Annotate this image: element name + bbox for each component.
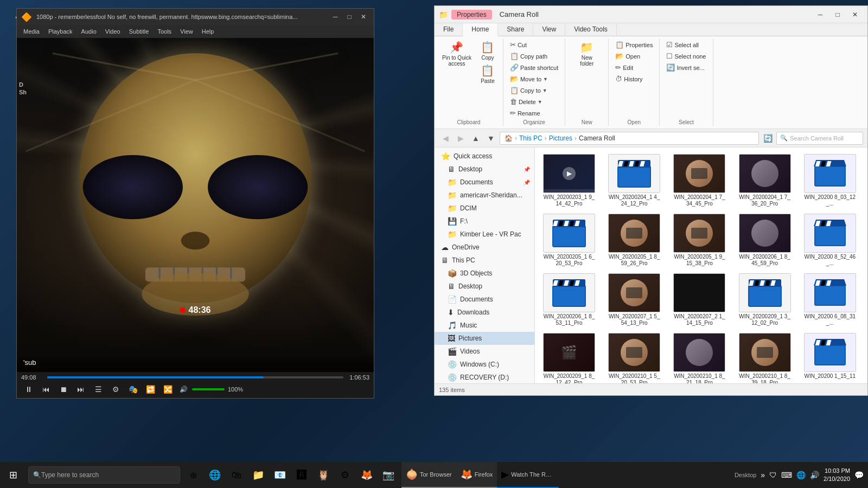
taskbar-app1-btn[interactable]: ⚙ — [334, 464, 356, 486]
taskbar-app-torbrowser[interactable]: 🧅 Tor Browser — [401, 462, 456, 488]
ribbon-open-btn[interactable]: 📂 Open — [613, 51, 655, 61]
file-item[interactable]: WIN_20200205_1 6_20_53_Pro — [539, 211, 599, 269]
file-item[interactable]: WIN_20200205_1 8_59_26_Pro — [604, 211, 664, 269]
ribbon-tab-file[interactable]: File — [435, 23, 463, 36]
vlc-prev-frame-btn[interactable]: ⏮ — [39, 383, 54, 396]
nav-back-btn[interactable]: ◀ — [439, 132, 452, 145]
ribbon-selectnone-btn[interactable]: ☐ Select none — [664, 51, 708, 61]
sidebar-item-documents1[interactable]: 📁 Documents 📌 — [435, 176, 534, 189]
ribbon-edit-btn[interactable]: ✏ Edit — [613, 62, 655, 73]
nav-refresh-btn[interactable]: 🔄 — [761, 132, 774, 145]
ribbon-moveto-btn[interactable]: 📂 Move to ▼ — [508, 74, 560, 84]
vlc-volume-bar[interactable] — [192, 388, 225, 390]
ribbon-pin-quickaccess-btn[interactable]: 📌 Pin to Quick access — [439, 40, 475, 68]
sidebar-item-pictures[interactable]: 🖼 Pictures — [435, 332, 534, 345]
taskbar-overflow-icon[interactable]: » — [761, 471, 765, 479]
file-item[interactable]: WIN_20200 8_03_12_... — [800, 152, 860, 209]
sidebar-item-americavr[interactable]: 📁 americavr-Sheridan... — [435, 189, 534, 202]
ribbon-tab-videotools[interactable]: Video Tools — [565, 23, 617, 36]
sidebar-item-documents2[interactable]: 📄 Documents — [435, 293, 534, 306]
file-item[interactable]: WIN_20200 6_08_31_... — [800, 271, 860, 329]
ribbon-tab-share[interactable]: Share — [498, 23, 533, 36]
file-item[interactable]: WIN_20200210_1 8_21_18_Pro — [669, 331, 729, 383]
bc-thispc[interactable]: This PC — [519, 134, 542, 142]
ribbon-tab-home[interactable]: Home — [463, 23, 498, 36]
sidebar-item-downloads[interactable]: ⬇ Downloads — [435, 306, 534, 319]
file-item[interactable]: WIN_20200207_1 5_54_13_Pro — [604, 271, 664, 329]
ribbon-copypath-btn[interactable]: 📋 Copy path — [508, 51, 560, 61]
taskbar-camera-btn[interactable]: 📷 — [378, 464, 399, 486]
vlc-close-btn[interactable]: ✕ — [358, 11, 369, 23]
ribbon-newfolder-btn[interactable]: 📁 New folder — [575, 40, 599, 68]
sidebar-item-fdrive[interactable]: 💾 F:\ — [435, 215, 534, 228]
taskbar-network-icon[interactable]: 🌐 — [796, 471, 806, 479]
file-item[interactable]: WIN_20200209_1 3_12_02_Pro — [735, 271, 795, 329]
ribbon-tab-view[interactable]: View — [533, 23, 565, 36]
vlc-menu-subtitle[interactable]: Subtitle — [125, 27, 154, 36]
file-item[interactable]: WIN_20200210_1 8_39_18_Pro — [735, 331, 795, 383]
explorer-search-box[interactable]: 🔍 Search Camera Roll — [776, 132, 863, 145]
taskbar-keyboard-icon[interactable]: ⌨ — [781, 471, 792, 479]
sidebar-item-onedrive[interactable]: ☁ OneDrive — [435, 241, 534, 254]
vlc-stop-btn[interactable]: ⏹ — [56, 383, 71, 396]
vlc-menu-video[interactable]: Video — [101, 27, 125, 36]
ribbon-invert-btn[interactable]: 🔄 Invert se... — [664, 62, 708, 73]
file-item[interactable]: WIN_20200205_1 9_15_38_Pro — [669, 211, 729, 269]
vlc-menu-help[interactable]: Help — [197, 27, 219, 36]
vlc-menu-playback[interactable]: Playback — [44, 27, 77, 36]
sidebar-item-videos[interactable]: 🎬 Videos — [435, 345, 534, 358]
sidebar-item-desktop1[interactable]: 🖥 Desktop 📌 — [435, 163, 534, 176]
explorer-close-btn[interactable]: ✕ — [847, 7, 863, 22]
taskbar-store-btn[interactable]: 🛍 — [226, 464, 247, 486]
nav-recent-btn[interactable]: ▼ — [484, 132, 497, 145]
ribbon-history-btn[interactable]: ⏱ History — [613, 74, 655, 84]
file-item[interactable]: WIN_20200204_1 4_24_12_Pro — [604, 152, 664, 209]
file-item[interactable]: WIN_20200 8_52_46_... — [800, 211, 860, 269]
ribbon-cut-btn[interactable]: ✂ Cut — [508, 40, 560, 50]
taskbar-shield-icon[interactable]: 🛡 — [769, 471, 777, 479]
start-button[interactable]: ⊞ — [0, 462, 26, 488]
taskbar-app-firefox[interactable]: 🦊 Firefox — [456, 462, 497, 488]
sidebar-item-kimberlee[interactable]: 📁 Kimber Lee - VR Pac — [435, 228, 534, 241]
file-item[interactable]: WIN_20200206_1 8_53_11_Pro — [539, 271, 599, 329]
sidebar-item-dcim[interactable]: 📁 DCIM — [435, 202, 534, 215]
vlc-video-area[interactable]: D Sh 'sub 48:36 — [17, 38, 374, 372]
ribbon-copy-btn[interactable]: 📋 Copy — [477, 40, 499, 62]
explorer-main-content[interactable]: ▶ WIN_20200203_1 9_14_42_Pro WIN_2020020… — [535, 147, 867, 383]
sidebar-item-windowsc[interactable]: 💿 Windows (C:) — [435, 358, 534, 371]
sidebar-item-3dobjects[interactable]: 📦 3D Objects — [435, 267, 534, 280]
file-item[interactable]: WIN_20200204_1 7_34_45_Pro — [669, 152, 729, 209]
ribbon-pasteshortcut-btn[interactable]: 🔗 Paste shortcut — [508, 62, 560, 73]
taskbar-fileexplorer-btn[interactable]: 📁 — [247, 464, 269, 486]
nav-up-btn[interactable]: ▲ — [469, 132, 482, 145]
explorer-play-badge[interactable]: Properties — [451, 10, 492, 20]
file-item[interactable]: WIN_20200204_1 7_36_20_Pro — [735, 152, 795, 209]
vlc-extended-btn[interactable]: ⚙ — [108, 383, 123, 396]
explorer-minimize-btn[interactable]: ─ — [812, 7, 828, 22]
sidebar-item-thispc[interactable]: 🖥 This PC — [435, 254, 534, 267]
taskbar-task-view-btn[interactable]: ⊕ — [182, 464, 204, 486]
vlc-video-effects-btn[interactable]: 🎭 — [125, 383, 141, 396]
vlc-pause-btn[interactable]: ⏸ — [21, 383, 36, 396]
taskbar-volume-icon[interactable]: 🔊 — [810, 471, 819, 479]
taskbar-edge-btn[interactable]: 🌐 — [204, 464, 226, 486]
vlc-menu-audio[interactable]: Audio — [77, 27, 101, 36]
taskbar-search-box[interactable]: 🔍 Type here to search — [28, 466, 180, 484]
vlc-next-frame-btn[interactable]: ⏭ — [73, 383, 88, 396]
taskbar-firefox-btn[interactable]: 🦊 — [356, 464, 378, 486]
file-item[interactable]: ▶ WIN_20200203_1 9_14_42_Pro — [539, 152, 599, 209]
file-item[interactable]: WIN_20200206_1 8_45_59_Pro — [735, 211, 795, 269]
vlc-menu-view[interactable]: View — [176, 27, 197, 36]
taskbar-mail-btn[interactable]: 📧 — [269, 464, 291, 486]
sidebar-item-recoveryd[interactable]: 💿 RECOVERY (D:) — [435, 371, 534, 383]
file-item[interactable]: WIN_20200207_2 1_14_15_Pro — [669, 271, 729, 329]
vlc-minimize-btn[interactable]: ─ — [329, 11, 341, 23]
ribbon-properties-btn[interactable]: 📋 Properties — [613, 40, 655, 50]
vlc-playlist-btn[interactable]: ☰ — [91, 383, 106, 396]
file-item[interactable]: WIN_20200210_1 5_20_53_Pro — [604, 331, 664, 383]
sidebar-item-quickaccess[interactable]: ⭐ Quick access — [435, 150, 534, 163]
sidebar-item-music[interactable]: 🎵 Music — [435, 319, 534, 332]
vlc-menu-tools[interactable]: Tools — [153, 27, 176, 36]
taskbar-app-vlc[interactable]: ▶ Watch The Red Pill 20... — [497, 462, 559, 488]
bc-pictures[interactable]: Pictures — [549, 134, 572, 142]
